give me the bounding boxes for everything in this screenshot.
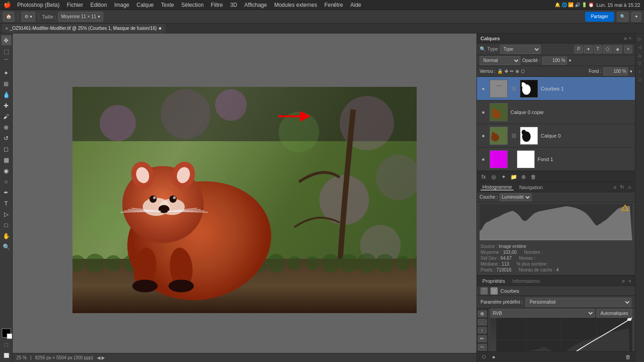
curves-smooth-btn[interactable]: 〜 — [478, 344, 487, 351]
menu-fichier[interactable]: Fichier — [64, 2, 86, 8]
layer-eye-courbes1[interactable]: ● — [480, 85, 487, 92]
menu-selection[interactable]: Sélection — [178, 2, 206, 8]
fill-input[interactable] — [603, 67, 628, 76]
text-tool[interactable]: T — [1, 198, 11, 208]
menu-modules[interactable]: Modules externes — [271, 2, 320, 8]
menu-affichage[interactable]: Affichage — [242, 2, 270, 8]
histogram-tab[interactable]: Histogramme — [481, 184, 514, 191]
active-tab[interactable]: × _OZ91461-Modifier-Modifier.tif @ 25% (… — [2, 24, 166, 33]
gradient-tool[interactable]: ▦ — [1, 155, 11, 165]
layer-adjustment-btn[interactable]: ✦ — [500, 173, 508, 181]
curves-darken-btn[interactable]: ↓ — [478, 319, 487, 325]
menu-fenetre[interactable]: Fenêtre — [322, 2, 346, 8]
layer-eye-calque0[interactable]: ● — [480, 132, 487, 139]
path-select-tool[interactable]: ▷ — [1, 209, 11, 219]
filter-close-btn[interactable]: × — [624, 45, 632, 53]
eyedropper-tool[interactable]: 💧 — [1, 90, 11, 100]
layers-collapse-icon[interactable]: × — [629, 36, 631, 41]
filter-shape-btn[interactable]: ⬡ — [603, 45, 612, 53]
home-button[interactable]: 🏠 — [3, 12, 14, 22]
tool-options-btn[interactable]: ⚙ ▾ — [21, 12, 35, 22]
histogram-menu-icon[interactable]: ≡ — [614, 185, 616, 190]
curves-lighten-btn[interactable]: ↑ — [478, 327, 487, 333]
micro-btn-5[interactable]: ○ — [636, 68, 644, 75]
eraser-tool[interactable]: ◻ — [1, 144, 11, 154]
search-button[interactable]: 🔍 — [617, 12, 629, 22]
layer-eye-fond1[interactable]: ● — [480, 156, 487, 163]
pos-lock-icon[interactable]: ⊕ — [515, 69, 519, 74]
apple-logo-icon[interactable]: 🍎 — [4, 1, 11, 8]
filter-pixel-btn[interactable]: P — [574, 45, 583, 53]
info-tab[interactable]: Informations — [510, 278, 542, 284]
filter-adjust-btn[interactable]: ✦ — [584, 45, 593, 53]
curves-channel-select[interactable]: RVB — [490, 309, 595, 318]
paint-lock-icon[interactable]: ✏ — [510, 69, 514, 74]
micro-btn-4[interactable]: ▽ — [636, 60, 644, 67]
layer-row-courbes1[interactable]: ● ⌒ ⛓ Courbes 1 — [477, 77, 635, 100]
menu-app-name[interactable]: Photoshop (Beta) — [14, 2, 62, 8]
quick-mask-tool[interactable]: ⬚ — [1, 339, 11, 349]
hist-channel-select[interactable]: Luminosité — [500, 193, 532, 201]
layer-row-calque0[interactable]: ● ⛓ Calque 0 — [477, 124, 635, 148]
pen-tool[interactable]: ✒ — [1, 187, 11, 197]
healing-tool[interactable]: ✚ — [1, 100, 11, 110]
magic-wand-tool[interactable]: ✦ — [1, 68, 11, 78]
layer-fx-btn[interactable]: fx — [480, 173, 488, 181]
history-tool[interactable]: ↺ — [1, 133, 11, 143]
crop-tool[interactable]: ⊞ — [1, 79, 11, 89]
share-button[interactable]: Partager — [585, 12, 614, 22]
brush-tool[interactable]: 🖌 — [1, 111, 11, 121]
layer-delete-btn[interactable]: 🗑 — [529, 173, 538, 181]
curves-draw-btn[interactable]: ✏ — [478, 335, 487, 342]
micro-btn-3[interactable]: △ — [636, 52, 644, 59]
zoom-tool[interactable]: 🔍 — [1, 242, 11, 252]
histogram-refresh-icon[interactable]: ↻ — [620, 184, 624, 190]
hand-tool[interactable]: ✋ — [1, 231, 11, 241]
curves-graph[interactable] — [490, 318, 632, 351]
layers-menu-icon[interactable]: ≡ — [624, 36, 627, 41]
selection-tool[interactable]: ⬚ — [1, 46, 11, 56]
micro-btn-1[interactable]: ▷ — [636, 35, 644, 43]
menu-edition[interactable]: Edition — [87, 2, 110, 8]
layer-row-fond1[interactable]: ● Fond 1 — [477, 148, 635, 171]
opacity-chevron[interactable]: ▾ — [569, 58, 571, 63]
micro-btn-6[interactable]: □ — [636, 76, 644, 83]
tool-size-select[interactable]: Moyenne 11 × 11 ▾ — [58, 12, 103, 22]
nav-arrows[interactable]: ◀ ▶ — [97, 355, 106, 360]
prop-delete-btn[interactable]: 🗑 — [624, 353, 632, 361]
artboard-lock-icon[interactable]: ⬡ — [521, 69, 525, 74]
curves-adjust-btn[interactable]: ⊕ — [478, 310, 487, 317]
filter-smart-btn[interactable]: ◈ — [613, 45, 622, 53]
ai-button[interactable]: ✦ — [631, 12, 641, 22]
menu-aide[interactable]: Aide — [348, 2, 364, 8]
properties-menu-icon[interactable]: ≡ — [622, 278, 625, 284]
prop-visibility-btn[interactable]: ● — [490, 353, 498, 361]
shape-tool[interactable]: □ — [1, 220, 11, 230]
dodge-tool[interactable]: ○ — [1, 176, 11, 186]
lasso-tool[interactable]: ⌒ — [1, 57, 11, 67]
menu-calque[interactable]: Calque — [134, 2, 156, 8]
curves-auto-btn[interactable]: Automatiques — [596, 309, 632, 318]
properties-tab[interactable]: Propriétés — [481, 278, 507, 284]
fill-chevron[interactable]: ▾ — [630, 69, 632, 74]
layer-group-btn[interactable]: 📁 — [509, 173, 518, 181]
navigation-tab[interactable]: Navigation — [517, 185, 544, 190]
filter-type-btn[interactable]: T — [594, 45, 602, 53]
tab-close-icon[interactable]: × — [5, 26, 8, 31]
layer-new-btn[interactable]: ⊕ — [519, 173, 528, 181]
preset-select[interactable]: Personnalisé — [525, 298, 631, 307]
prop-clip-btn[interactable]: ⬡ — [480, 353, 488, 361]
menu-3d[interactable]: 3D — [227, 2, 240, 8]
screen-mode-tool[interactable]: ⬜ — [1, 350, 11, 360]
menu-texte[interactable]: Texte — [159, 2, 177, 8]
menu-filtre[interactable]: Filtre — [208, 2, 226, 8]
micro-btn-2[interactable]: ◁ — [636, 43, 644, 51]
layers-type-select[interactable]: Type — [500, 45, 541, 54]
layer-mask-btn[interactable]: ◎ — [490, 173, 498, 181]
layer-eye-calque0copie[interactable]: ● — [480, 109, 487, 116]
layer-row-calque0copie[interactable]: ● Calque 0 copie — [477, 100, 635, 124]
clone-tool[interactable]: ⊕ — [1, 122, 11, 132]
blend-mode-select[interactable]: Normal — [480, 56, 520, 65]
move-tool[interactable]: ✥ — [1, 35, 11, 45]
lock-icon[interactable]: 🔒 — [497, 69, 503, 74]
